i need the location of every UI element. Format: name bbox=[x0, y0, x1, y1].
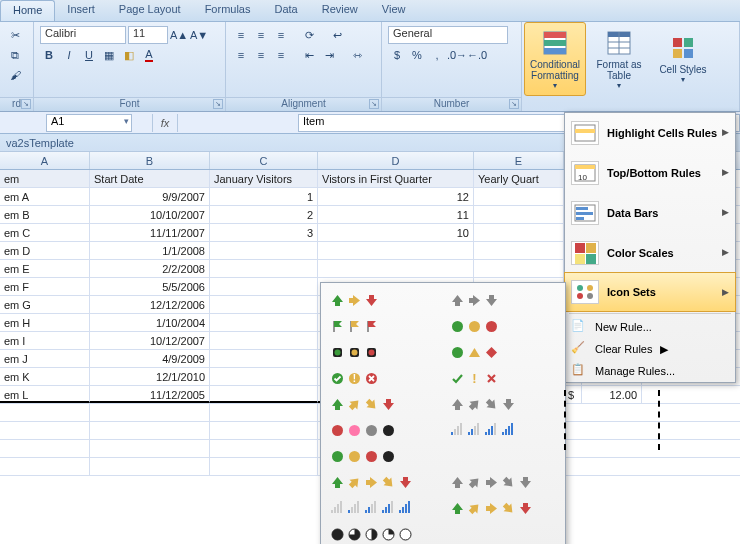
col-header[interactable]: D bbox=[318, 152, 474, 169]
number-format-combo[interactable]: General bbox=[388, 26, 508, 44]
group-alignment: ≡ ≡ ≡ ⟳ ↩ ≡ ≡ ≡ ⇤ ⇥ ⇿ Alignment↘ bbox=[226, 22, 382, 111]
italic-button[interactable]: I bbox=[60, 46, 78, 64]
iconset-glyph bbox=[330, 423, 344, 437]
copy-button[interactable]: ⧉ bbox=[6, 46, 24, 64]
tab-page-layout[interactable]: Page Layout bbox=[107, 0, 193, 21]
tab-review[interactable]: Review bbox=[310, 0, 370, 21]
icon-set-option[interactable] bbox=[327, 315, 439, 337]
cut-button[interactable]: ✂ bbox=[6, 26, 24, 44]
icon-set-option[interactable] bbox=[447, 419, 559, 441]
iconset-glyph bbox=[484, 319, 498, 333]
dialog-launcher-icon[interactable]: ↘ bbox=[213, 99, 223, 109]
tab-formulas[interactable]: Formulas bbox=[193, 0, 263, 21]
menu-new-rule[interactable]: 📄New Rule... bbox=[565, 316, 735, 338]
format-as-table-button[interactable]: Format as Table▾ bbox=[588, 22, 650, 96]
svg-point-57 bbox=[400, 529, 411, 540]
ribbon: ✂ ⧉ 🖌 rd↘ Calibri 11 A▲ A▼ B I U ▦ ◧ A F… bbox=[0, 22, 740, 112]
icon-sets-flyout: !! More Rules... bbox=[320, 282, 566, 544]
menu-clear-rules[interactable]: 🧹Clear Rules▶ bbox=[565, 338, 735, 360]
align-top-button[interactable]: ≡ bbox=[232, 26, 250, 44]
border-button[interactable]: ▦ bbox=[100, 46, 118, 64]
decrease-indent-button[interactable]: ⇤ bbox=[300, 46, 318, 64]
format-painter-button[interactable]: 🖌 bbox=[6, 66, 24, 84]
svg-rect-11 bbox=[673, 49, 682, 58]
menu-icon-sets[interactable]: Icon Sets▶ bbox=[564, 272, 736, 312]
dialog-launcher-icon[interactable]: ↘ bbox=[21, 99, 31, 109]
color-scales-icon bbox=[571, 241, 599, 265]
icon-set-option[interactable]: ! bbox=[447, 367, 559, 389]
iconset-glyph bbox=[484, 371, 498, 385]
align-left-button[interactable]: ≡ bbox=[232, 46, 250, 64]
col-header[interactable]: C bbox=[210, 152, 318, 169]
bold-button[interactable]: B bbox=[40, 46, 58, 64]
wrap-text-button[interactable]: ↩ bbox=[328, 26, 346, 44]
tab-insert[interactable]: Insert bbox=[55, 0, 107, 21]
font-size-combo[interactable]: 11 bbox=[128, 26, 168, 44]
col-header[interactable]: E bbox=[474, 152, 564, 169]
fx-icon[interactable]: fx bbox=[152, 114, 178, 132]
icon-set-option[interactable]: ! bbox=[327, 367, 439, 389]
icon-set-option[interactable] bbox=[447, 289, 559, 311]
comma-button[interactable]: , bbox=[428, 46, 446, 64]
shrink-font-button[interactable]: A▼ bbox=[190, 26, 208, 44]
icon-set-option[interactable] bbox=[327, 393, 439, 415]
icon-set-option[interactable] bbox=[447, 471, 559, 493]
menu-top-bottom-rules[interactable]: 10 Top/Bottom Rules▶ bbox=[565, 153, 735, 193]
iconset-glyph bbox=[330, 293, 344, 307]
col-header[interactable]: A bbox=[0, 152, 90, 169]
percent-button[interactable]: % bbox=[408, 46, 426, 64]
icon-set-option[interactable] bbox=[327, 523, 439, 544]
font-name-combo[interactable]: Calibri bbox=[40, 26, 126, 44]
svg-point-31 bbox=[486, 321, 497, 332]
iconset-glyph bbox=[364, 397, 378, 411]
icon-set-option[interactable] bbox=[327, 445, 439, 467]
orientation-button[interactable]: ⟳ bbox=[300, 26, 318, 44]
decrease-decimal-button[interactable]: ←.0 bbox=[468, 46, 486, 64]
align-right-button[interactable]: ≡ bbox=[272, 46, 290, 64]
tab-data[interactable]: Data bbox=[262, 0, 309, 21]
icon-set-option[interactable] bbox=[327, 341, 439, 363]
dialog-launcher-icon[interactable]: ↘ bbox=[369, 99, 379, 109]
iconset-glyph bbox=[330, 397, 344, 411]
col-header[interactable]: B bbox=[90, 152, 210, 169]
icon-set-option[interactable] bbox=[447, 341, 559, 363]
underline-button[interactable]: U bbox=[80, 46, 98, 64]
grow-font-button[interactable]: A▲ bbox=[170, 26, 188, 44]
iconset-glyph bbox=[364, 423, 378, 437]
tab-home[interactable]: Home bbox=[0, 0, 55, 21]
icon-set-option[interactable] bbox=[447, 497, 559, 519]
icon-set-option[interactable] bbox=[327, 419, 439, 441]
icon-set-option[interactable] bbox=[327, 497, 439, 519]
icon-set-option[interactable] bbox=[447, 393, 559, 415]
svg-point-46 bbox=[366, 425, 377, 436]
iconset-glyph bbox=[398, 475, 412, 489]
align-center-button[interactable]: ≡ bbox=[252, 46, 270, 64]
currency-button[interactable]: $ bbox=[388, 46, 406, 64]
iconset-glyph bbox=[381, 527, 395, 541]
icon-set-option[interactable] bbox=[327, 289, 439, 311]
iconset-glyph bbox=[518, 475, 532, 489]
increase-indent-button[interactable]: ⇥ bbox=[320, 46, 338, 64]
dialog-launcher-icon[interactable]: ↘ bbox=[509, 99, 519, 109]
align-bottom-button[interactable]: ≡ bbox=[272, 26, 290, 44]
fill-color-button[interactable]: ◧ bbox=[120, 46, 138, 64]
tab-view[interactable]: View bbox=[370, 0, 418, 21]
iconset-glyph bbox=[467, 475, 481, 489]
name-box[interactable]: A1 bbox=[46, 114, 132, 132]
align-middle-button[interactable]: ≡ bbox=[252, 26, 270, 44]
menu-manage-rules[interactable]: 📋Manage Rules... bbox=[565, 360, 735, 382]
iconset-glyph: ! bbox=[467, 371, 481, 385]
increase-decimal-button[interactable]: .0→ bbox=[448, 46, 466, 64]
font-color-button[interactable]: A bbox=[140, 46, 158, 64]
conditional-formatting-button[interactable]: Conditional Formatting▾ bbox=[524, 22, 586, 96]
clear-rules-icon: 🧹 bbox=[571, 341, 587, 357]
menu-color-scales[interactable]: Color Scales▶ bbox=[565, 233, 735, 273]
svg-point-38 bbox=[452, 347, 463, 358]
merge-center-button[interactable]: ⇿ bbox=[348, 46, 366, 64]
menu-data-bars[interactable]: Data Bars▶ bbox=[565, 193, 735, 233]
menu-highlight-cells-rules[interactable]: Highlight Cells Rules▶ bbox=[565, 113, 735, 153]
icon-set-option[interactable] bbox=[447, 315, 559, 337]
cell-styles-button[interactable]: Cell Styles▾ bbox=[652, 22, 714, 96]
icon-set-option[interactable] bbox=[327, 471, 439, 493]
iconset-glyph bbox=[450, 475, 464, 489]
